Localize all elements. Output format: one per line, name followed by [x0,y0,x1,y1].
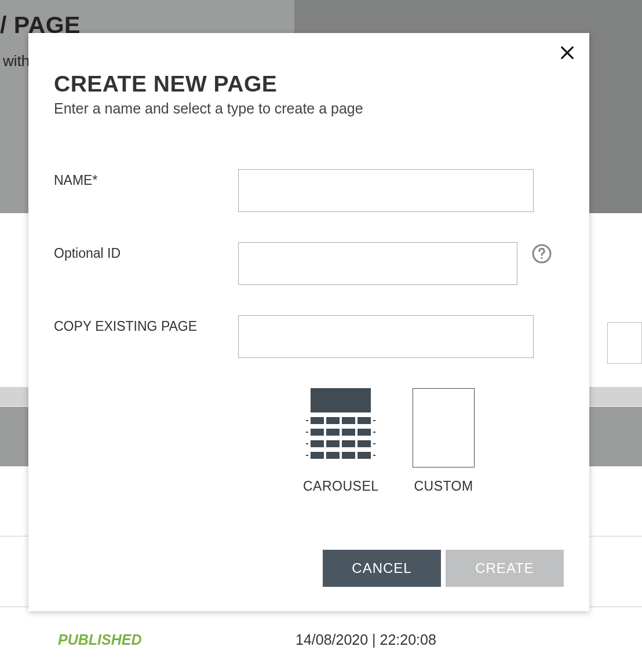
copy-existing-label: COPY EXISTING PAGE [54,315,238,334]
cancel-button[interactable]: CANCEL [323,550,441,587]
optional-id-input[interactable] [238,242,517,285]
close-icon [559,45,575,61]
type-option-carousel[interactable]: CAROUSEL [303,388,379,494]
optional-id-label: Optional ID [54,242,238,261]
help-icon[interactable] [531,243,552,264]
create-page-modal: CREATE NEW PAGE Enter a name and select … [28,33,589,611]
close-button[interactable] [556,41,579,64]
name-input[interactable] [238,169,534,212]
name-label: NAME* [54,169,238,188]
type-label-carousel: CAROUSEL [303,479,379,494]
modal-overlay: CREATE NEW PAGE Enter a name and select … [0,0,642,672]
modal-subtitle: Enter a name and select a type to create… [54,100,564,117]
custom-icon [413,388,475,468]
copy-existing-input[interactable] [238,315,534,358]
create-button[interactable]: CREATE [446,550,564,587]
type-label-custom: CUSTOM [414,479,473,494]
svg-point-3 [541,257,542,259]
carousel-icon [307,388,374,459]
type-option-custom[interactable]: CUSTOM [410,388,477,494]
modal-title: CREATE NEW PAGE [54,71,564,97]
